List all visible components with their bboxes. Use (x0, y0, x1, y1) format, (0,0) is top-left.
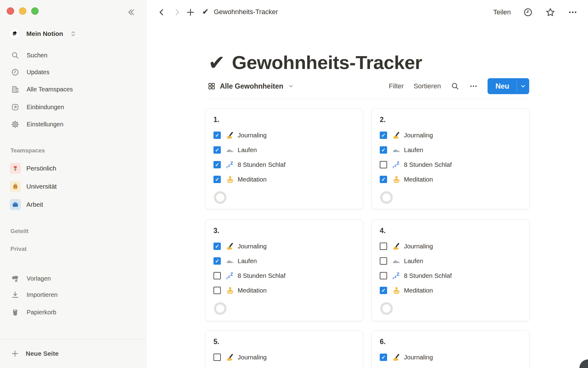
sidebar-item-importieren[interactable]: Importieren (7, 288, 140, 301)
new-tab-button[interactable] (185, 7, 196, 18)
briefcase-icon (10, 199, 21, 210)
workspace-switcher[interactable]: Mein Notion (9, 28, 77, 39)
breadcrumb-page-icon: ✔ (202, 7, 209, 17)
sidebar-item-updates[interactable]: Updates (7, 65, 140, 79)
new-entry-split-button: Neu (488, 78, 529, 94)
zoom-window-button[interactable] (31, 7, 39, 15)
card-title: 3. (213, 226, 355, 235)
breadcrumb[interactable]: Gewohnheits-Tracker (214, 8, 278, 16)
habit-label: Laufen (404, 257, 423, 265)
teamspace-label: Arbeit (26, 201, 43, 208)
running-shoe-icon (226, 146, 235, 155)
sidebar-item-alle-teamspaces[interactable]: Alle Teamspaces (7, 82, 140, 96)
sidebar-item-papierkorb[interactable]: Papierkorb (7, 305, 140, 319)
minimize-window-button[interactable] (19, 7, 26, 15)
habit-label: Laufen (238, 146, 257, 154)
zzz-sleep-icon (226, 271, 235, 280)
database-toolbar: Alle Gewohnheiten Filter Sortieren Neu (208, 77, 529, 96)
habit-row: 8 Stunden Schlaf (380, 268, 521, 283)
habit-checkbox[interactable] (380, 132, 387, 139)
habit-checkbox[interactable] (213, 257, 221, 265)
progress-ring (380, 191, 393, 204)
view-tab-alle-gewohnheiten[interactable]: Alle Gewohnheiten (208, 82, 294, 90)
chevron-left-icon (157, 8, 166, 17)
search-icon (11, 51, 19, 59)
running-shoe-icon (392, 146, 401, 155)
toolbar-divider (208, 99, 529, 99)
filter-button[interactable]: Filter (389, 82, 404, 90)
teamspaces-section-header[interactable]: Teamspaces (10, 147, 45, 154)
page-title: ✔ Gewohnheits-Tracker (208, 48, 422, 77)
habit-label: Journaling (238, 243, 267, 250)
sidebar-item-vorlagen[interactable]: Vorlagen (7, 272, 140, 285)
embed-arrow-icon (11, 103, 19, 111)
favorite-star-icon[interactable] (545, 7, 556, 17)
habit-checkbox[interactable] (380, 272, 387, 279)
sidebar-item-einstellungen[interactable]: Einstellungen (7, 117, 140, 131)
sidebar-item-label: Papierkorb (27, 309, 56, 316)
card-title: 6. (380, 337, 521, 346)
sidebar-item-suchen[interactable]: Suchen (7, 48, 140, 62)
habit-checkbox[interactable] (213, 272, 221, 279)
geteilt-section-header[interactable]: Geteilt (10, 228, 28, 235)
more-ellipsis-icon[interactable] (568, 7, 578, 17)
backpack-icon (10, 181, 21, 192)
sidebar-item-arbeit[interactable]: Arbeit (7, 197, 140, 212)
sidebar-item-persoenlich[interactable]: Persönlich (7, 161, 140, 175)
habit-checkbox[interactable] (213, 132, 221, 139)
habit-row: Meditation (213, 283, 355, 298)
habit-checkbox[interactable] (213, 161, 221, 168)
habit-card-4[interactable]: 4. Journaling Laufen 8 Stunden Schlaf Me… (371, 220, 530, 321)
toolbar-right-group: Filter Sortieren Neu (389, 78, 529, 94)
habit-card-1[interactable]: 1. Journaling Laufen 8 Stunden Schlaf Me… (205, 109, 363, 209)
new-page-button[interactable]: Neue Seite (7, 347, 140, 361)
sidebar-item-label: Vorlagen (27, 275, 51, 282)
back-button[interactable] (156, 7, 167, 18)
habit-checkbox[interactable] (213, 243, 221, 250)
sidebar-item-einbindungen[interactable]: Einbindungen (7, 100, 140, 114)
habit-label: 8 Stunden Schlaf (238, 272, 285, 279)
help-button[interactable] (579, 359, 588, 368)
habit-row: Journaling (213, 128, 355, 143)
card-title: 2. (380, 115, 521, 124)
habit-checkbox[interactable] (380, 243, 387, 250)
habit-checkbox[interactable] (380, 287, 387, 294)
habit-card-5[interactable]: 5. Journaling (205, 331, 363, 368)
sidebar-divider (0, 339, 146, 339)
habit-checkbox[interactable] (213, 354, 221, 361)
running-shoe-icon (392, 257, 401, 266)
habit-row: Journaling (213, 239, 355, 254)
close-window-button[interactable] (7, 7, 14, 15)
habit-checkbox[interactable] (213, 176, 221, 183)
collapse-sidebar-button[interactable] (126, 7, 137, 18)
sort-button[interactable]: Sortieren (413, 82, 441, 90)
privat-section-header[interactable]: Privat (10, 246, 27, 252)
notion-logo-icon (11, 30, 19, 38)
share-button[interactable]: Teilen (493, 8, 511, 16)
habit-checkbox[interactable] (380, 146, 387, 154)
templates-shapes-icon (11, 274, 19, 283)
more-ellipsis-icon[interactable] (469, 82, 478, 90)
zzz-sleep-icon (392, 160, 401, 169)
search-icon[interactable] (451, 82, 459, 90)
forward-button[interactable] (172, 7, 183, 18)
page-title-text[interactable]: Gewohnheits-Tracker (232, 48, 422, 77)
tulip-icon (10, 163, 21, 174)
page-icon-checkmark[interactable]: ✔ (208, 48, 225, 77)
habit-checkbox[interactable] (380, 176, 387, 183)
habit-checkbox[interactable] (213, 287, 221, 294)
sidebar-item-universitaet[interactable]: Universität (7, 179, 140, 194)
habit-checkbox[interactable] (380, 354, 387, 361)
habit-checkbox[interactable] (380, 161, 387, 168)
habit-checkbox[interactable] (213, 146, 221, 154)
new-entry-button[interactable]: Neu (488, 78, 517, 94)
chevron-down-icon (288, 83, 294, 90)
new-entry-dropdown-button[interactable] (517, 78, 529, 94)
habit-card-3[interactable]: 3. Journaling Laufen 8 Stunden Schlaf Me… (205, 220, 363, 321)
habit-card-6[interactable]: 6. Journaling (371, 331, 530, 368)
history-clock-icon[interactable] (523, 7, 533, 17)
habit-row: 8 Stunden Schlaf (380, 157, 521, 172)
lotus-meditation-icon (226, 175, 235, 184)
habit-card-2[interactable]: 2. Journaling Laufen 8 Stunden Schlaf Me… (371, 109, 530, 209)
habit-checkbox[interactable] (380, 257, 387, 265)
